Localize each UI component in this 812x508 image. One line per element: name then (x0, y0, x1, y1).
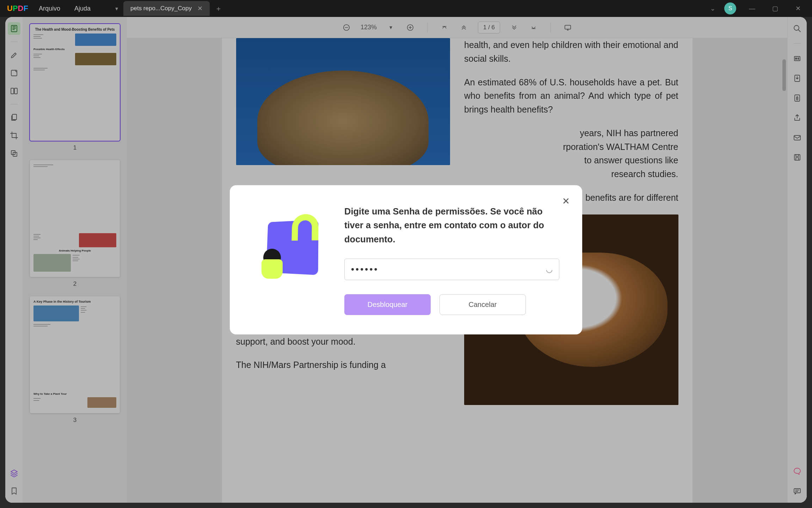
minimize-button[interactable]: — (745, 5, 759, 12)
modal-overlay: ✕ Digite uma Senha de permissões. Se voc… (5, 17, 807, 503)
maximize-button[interactable]: ▢ (768, 5, 782, 12)
close-window-button[interactable]: ✕ (791, 5, 805, 12)
password-input[interactable] (351, 264, 546, 275)
unlock-button[interactable]: Desbloquear (344, 294, 431, 315)
close-modal-button[interactable]: ✕ (562, 196, 570, 207)
app-logo: UPDF (7, 4, 28, 13)
menu-ajuda[interactable]: Ajuda (71, 3, 94, 14)
cancel-button[interactable]: Cancelar (439, 294, 526, 315)
tab-list-dropdown[interactable]: ▾ (115, 5, 118, 12)
password-modal: ✕ Digite uma Senha de permissões. Se voc… (230, 185, 582, 335)
modal-title: Digite uma Senha de permissões. Se você … (344, 205, 559, 247)
document-tab[interactable]: pets repo...Copy_Copy ✕ (123, 1, 210, 16)
menu-arquivo[interactable]: Arquivo (35, 3, 64, 14)
close-tab-icon[interactable]: ✕ (197, 5, 203, 12)
titlebar: UPDF Arquivo Ajuda ▾ pets repo...Copy_Co… (0, 0, 812, 17)
show-password-icon[interactable]: ◡ (546, 265, 553, 274)
add-tab-button[interactable]: ＋ (210, 0, 227, 17)
tab-title: pets repo...Copy_Copy (130, 5, 192, 12)
password-field[interactable]: ◡ (344, 259, 559, 280)
lock-illustration (249, 205, 327, 286)
history-dropdown-icon[interactable]: ⌄ (710, 5, 715, 12)
user-avatar[interactable]: S (724, 2, 736, 14)
